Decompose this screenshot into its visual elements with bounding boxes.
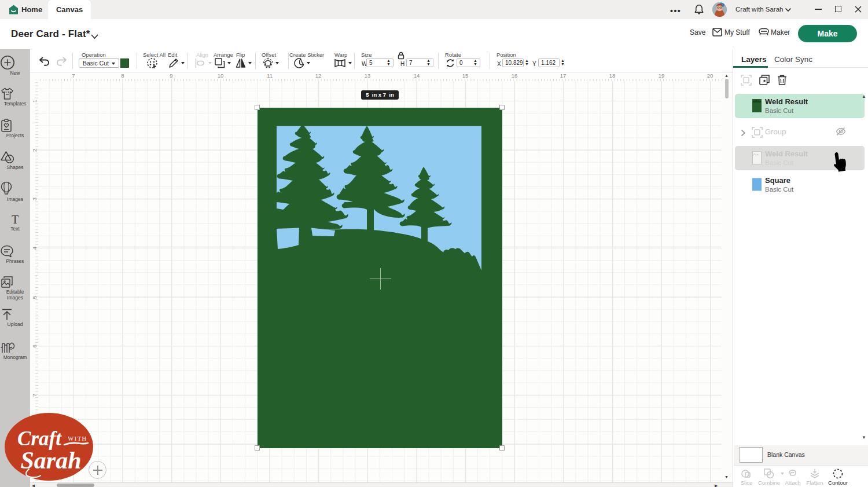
svg-text:WITH: WITH bbox=[68, 435, 87, 442]
svg-text:Sarah: Sarah bbox=[20, 447, 81, 474]
